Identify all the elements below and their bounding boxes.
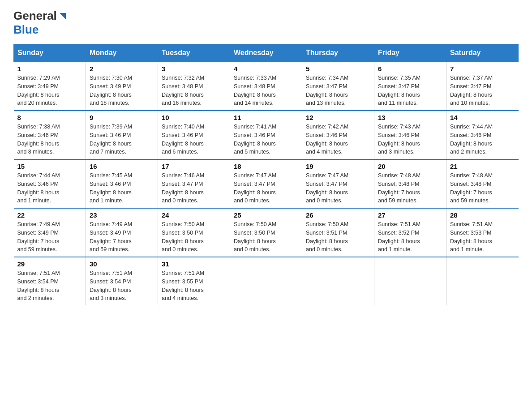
day-info: Sunrise: 7:49 AMSunset: 3:49 PMDaylight:… bbox=[90, 220, 154, 254]
day-info: Sunrise: 7:32 AMSunset: 3:48 PMDaylight:… bbox=[162, 74, 226, 107]
day-number: 15 bbox=[17, 163, 82, 170]
day-number: 20 bbox=[378, 163, 442, 170]
page-header: General Blue bbox=[13, 9, 519, 37]
day-number: 1 bbox=[17, 65, 82, 73]
calendar-cell-empty bbox=[446, 257, 519, 305]
calendar-cell-19: 19Sunrise: 7:47 AMSunset: 3:47 PMDayligh… bbox=[302, 159, 374, 208]
day-info: Sunrise: 7:51 AMSunset: 3:52 PMDaylight:… bbox=[378, 220, 442, 254]
day-info: Sunrise: 7:45 AMSunset: 3:46 PMDaylight:… bbox=[90, 171, 154, 205]
calendar-cell-30: 30Sunrise: 7:51 AMSunset: 3:54 PMDayligh… bbox=[86, 257, 158, 305]
calendar-cell-11: 11Sunrise: 7:41 AMSunset: 3:46 PMDayligh… bbox=[230, 111, 302, 159]
calendar-cell-9: 9Sunrise: 7:39 AMSunset: 3:46 PMDaylight… bbox=[86, 111, 158, 159]
day-number: 27 bbox=[378, 211, 442, 219]
day-number: 11 bbox=[234, 114, 298, 121]
day-number: 29 bbox=[17, 260, 82, 268]
day-info: Sunrise: 7:29 AMSunset: 3:49 PMDaylight:… bbox=[17, 74, 82, 107]
day-number: 7 bbox=[450, 65, 515, 73]
calendar-cell-10: 10Sunrise: 7:40 AMSunset: 3:46 PMDayligh… bbox=[158, 111, 230, 159]
calendar-cell-20: 20Sunrise: 7:48 AMSunset: 3:48 PMDayligh… bbox=[374, 159, 446, 208]
calendar-cell-5: 5Sunrise: 7:34 AMSunset: 3:47 PMDaylight… bbox=[302, 62, 374, 111]
day-number: 12 bbox=[306, 114, 370, 121]
calendar-cell-22: 22Sunrise: 7:49 AMSunset: 3:49 PMDayligh… bbox=[14, 208, 86, 257]
week-row-1: 1Sunrise: 7:29 AMSunset: 3:49 PMDaylight… bbox=[14, 62, 519, 111]
day-number: 3 bbox=[162, 65, 226, 73]
day-info: Sunrise: 7:49 AMSunset: 3:49 PMDaylight:… bbox=[17, 220, 82, 254]
logo: General Blue bbox=[13, 9, 68, 37]
week-row-4: 22Sunrise: 7:49 AMSunset: 3:49 PMDayligh… bbox=[14, 208, 519, 257]
day-info: Sunrise: 7:51 AMSunset: 3:54 PMDaylight:… bbox=[17, 269, 82, 303]
day-number: 4 bbox=[234, 65, 298, 73]
logo-triangle-icon bbox=[58, 11, 68, 21]
calendar-cell-empty bbox=[374, 257, 446, 305]
calendar-cell-empty bbox=[230, 257, 302, 305]
day-number: 2 bbox=[90, 65, 154, 73]
day-header-sunday: Sunday bbox=[14, 44, 86, 62]
calendar-cell-28: 28Sunrise: 7:51 AMSunset: 3:53 PMDayligh… bbox=[446, 208, 519, 257]
day-info: Sunrise: 7:47 AMSunset: 3:47 PMDaylight:… bbox=[234, 171, 298, 205]
day-number: 16 bbox=[90, 163, 154, 170]
day-info: Sunrise: 7:44 AMSunset: 3:46 PMDaylight:… bbox=[450, 123, 515, 156]
day-number: 9 bbox=[90, 114, 154, 121]
day-number: 6 bbox=[378, 65, 442, 73]
day-header-wednesday: Wednesday bbox=[230, 44, 302, 62]
day-number: 28 bbox=[450, 211, 515, 219]
calendar-cell-27: 27Sunrise: 7:51 AMSunset: 3:52 PMDayligh… bbox=[374, 208, 446, 257]
day-info: Sunrise: 7:44 AMSunset: 3:46 PMDaylight:… bbox=[17, 171, 82, 205]
day-info: Sunrise: 7:40 AMSunset: 3:46 PMDaylight:… bbox=[162, 123, 226, 156]
day-number: 22 bbox=[17, 211, 82, 219]
svg-marker-0 bbox=[60, 13, 66, 19]
day-number: 25 bbox=[234, 211, 298, 219]
calendar-cell-17: 17Sunrise: 7:46 AMSunset: 3:47 PMDayligh… bbox=[158, 159, 230, 208]
day-info: Sunrise: 7:47 AMSunset: 3:47 PMDaylight:… bbox=[306, 171, 370, 205]
day-number: 26 bbox=[306, 211, 370, 219]
day-number: 13 bbox=[378, 114, 442, 121]
day-info: Sunrise: 7:46 AMSunset: 3:47 PMDaylight:… bbox=[162, 171, 226, 205]
day-info: Sunrise: 7:43 AMSunset: 3:46 PMDaylight:… bbox=[378, 123, 442, 156]
calendar-table: SundayMondayTuesdayWednesdayThursdayFrid… bbox=[13, 44, 519, 305]
calendar-cell-7: 7Sunrise: 7:37 AMSunset: 3:47 PMDaylight… bbox=[446, 62, 519, 111]
day-info: Sunrise: 7:34 AMSunset: 3:47 PMDaylight:… bbox=[306, 74, 370, 107]
calendar-cell-26: 26Sunrise: 7:50 AMSunset: 3:51 PMDayligh… bbox=[302, 208, 374, 257]
calendar-cell-24: 24Sunrise: 7:50 AMSunset: 3:50 PMDayligh… bbox=[158, 208, 230, 257]
calendar-cell-8: 8Sunrise: 7:38 AMSunset: 3:46 PMDaylight… bbox=[14, 111, 86, 159]
week-row-2: 8Sunrise: 7:38 AMSunset: 3:46 PMDaylight… bbox=[14, 111, 519, 159]
calendar-cell-15: 15Sunrise: 7:44 AMSunset: 3:46 PMDayligh… bbox=[14, 159, 86, 208]
calendar-cell-empty bbox=[302, 257, 374, 305]
day-number: 5 bbox=[306, 65, 370, 73]
day-number: 18 bbox=[234, 163, 298, 170]
day-number: 19 bbox=[306, 163, 370, 170]
calendar-cell-16: 16Sunrise: 7:45 AMSunset: 3:46 PMDayligh… bbox=[86, 159, 158, 208]
calendar-cell-6: 6Sunrise: 7:35 AMSunset: 3:47 PMDaylight… bbox=[374, 62, 446, 111]
day-number: 10 bbox=[162, 114, 226, 121]
day-info: Sunrise: 7:50 AMSunset: 3:51 PMDaylight:… bbox=[306, 220, 370, 254]
week-row-5: 29Sunrise: 7:51 AMSunset: 3:54 PMDayligh… bbox=[14, 257, 519, 305]
calendar-cell-25: 25Sunrise: 7:50 AMSunset: 3:50 PMDayligh… bbox=[230, 208, 302, 257]
day-info: Sunrise: 7:37 AMSunset: 3:47 PMDaylight:… bbox=[450, 74, 515, 107]
week-row-3: 15Sunrise: 7:44 AMSunset: 3:46 PMDayligh… bbox=[14, 159, 519, 208]
day-number: 23 bbox=[90, 211, 154, 219]
calendar-cell-13: 13Sunrise: 7:43 AMSunset: 3:46 PMDayligh… bbox=[374, 111, 446, 159]
day-info: Sunrise: 7:41 AMSunset: 3:46 PMDaylight:… bbox=[234, 123, 298, 156]
day-info: Sunrise: 7:51 AMSunset: 3:54 PMDaylight:… bbox=[90, 269, 154, 303]
logo-general-text: General bbox=[13, 9, 57, 23]
day-header-monday: Monday bbox=[86, 44, 158, 62]
day-info: Sunrise: 7:33 AMSunset: 3:48 PMDaylight:… bbox=[234, 74, 298, 107]
calendar-cell-3: 3Sunrise: 7:32 AMSunset: 3:48 PMDaylight… bbox=[158, 62, 230, 111]
calendar-cell-14: 14Sunrise: 7:44 AMSunset: 3:46 PMDayligh… bbox=[446, 111, 519, 159]
day-number: 8 bbox=[17, 114, 82, 121]
calendar-cell-31: 31Sunrise: 7:51 AMSunset: 3:55 PMDayligh… bbox=[158, 257, 230, 305]
calendar-header-row: SundayMondayTuesdayWednesdayThursdayFrid… bbox=[14, 44, 519, 62]
day-header-tuesday: Tuesday bbox=[158, 44, 230, 62]
day-number: 21 bbox=[450, 163, 515, 170]
day-info: Sunrise: 7:48 AMSunset: 3:48 PMDaylight:… bbox=[378, 171, 442, 205]
day-info: Sunrise: 7:39 AMSunset: 3:46 PMDaylight:… bbox=[90, 123, 154, 156]
calendar-cell-29: 29Sunrise: 7:51 AMSunset: 3:54 PMDayligh… bbox=[14, 257, 86, 305]
calendar-cell-21: 21Sunrise: 7:48 AMSunset: 3:48 PMDayligh… bbox=[446, 159, 519, 208]
day-info: Sunrise: 7:48 AMSunset: 3:48 PMDaylight:… bbox=[450, 171, 515, 205]
calendar-cell-1: 1Sunrise: 7:29 AMSunset: 3:49 PMDaylight… bbox=[14, 62, 86, 111]
day-info: Sunrise: 7:38 AMSunset: 3:46 PMDaylight:… bbox=[17, 123, 82, 156]
day-number: 30 bbox=[90, 260, 154, 268]
calendar-cell-12: 12Sunrise: 7:42 AMSunset: 3:46 PMDayligh… bbox=[302, 111, 374, 159]
day-number: 14 bbox=[450, 114, 515, 121]
day-info: Sunrise: 7:50 AMSunset: 3:50 PMDaylight:… bbox=[234, 220, 298, 254]
